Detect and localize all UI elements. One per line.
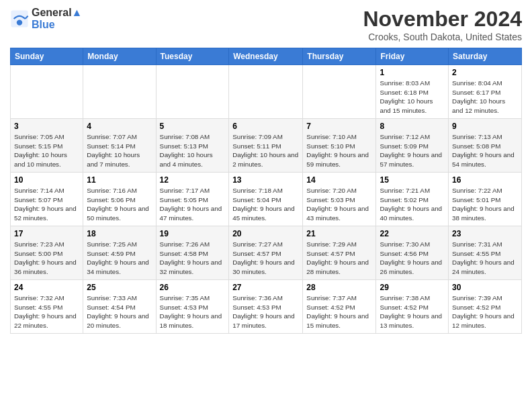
- calendar-week-row: 17Sunrise: 7:23 AM Sunset: 5:00 PM Dayli…: [11, 226, 522, 280]
- calendar-cell: 14Sunrise: 7:20 AM Sunset: 5:03 PM Dayli…: [303, 173, 376, 226]
- day-number: 19: [160, 229, 226, 238]
- calendar-cell: 12Sunrise: 7:17 AM Sunset: 5:05 PM Dayli…: [156, 173, 229, 226]
- calendar-cell: 9Sunrise: 7:13 AM Sunset: 5:08 PM Daylig…: [449, 119, 522, 173]
- day-info: Sunrise: 7:17 AM Sunset: 5:05 PM Dayligh…: [160, 186, 226, 223]
- day-number: 1: [380, 68, 445, 77]
- day-info: Sunrise: 7:35 AM Sunset: 4:53 PM Dayligh…: [160, 293, 226, 330]
- day-number: 2: [452, 68, 518, 77]
- day-info: Sunrise: 7:20 AM Sunset: 5:03 PM Dayligh…: [306, 186, 372, 223]
- day-number: 18: [87, 229, 152, 238]
- calendar-cell: 8Sunrise: 7:12 AM Sunset: 5:09 PM Daylig…: [376, 119, 449, 173]
- day-info: Sunrise: 7:09 AM Sunset: 5:11 PM Dayligh…: [232, 132, 299, 169]
- location: Crooks, South Dakota, United States: [363, 32, 522, 42]
- weekday-header-monday: Monday: [83, 48, 156, 65]
- calendar-cell: 2Sunrise: 8:04 AM Sunset: 6:17 PM Daylig…: [449, 65, 522, 119]
- calendar-week-row: 24Sunrise: 7:32 AM Sunset: 4:55 PM Dayli…: [11, 280, 522, 334]
- day-number: 8: [380, 122, 445, 131]
- day-info: Sunrise: 7:14 AM Sunset: 5:07 PM Dayligh…: [14, 186, 79, 223]
- day-info: Sunrise: 7:32 AM Sunset: 4:55 PM Dayligh…: [14, 293, 79, 330]
- calendar-cell: 21Sunrise: 7:29 AM Sunset: 4:57 PM Dayli…: [303, 226, 376, 280]
- day-number: 28: [306, 283, 372, 292]
- calendar-cell: 4Sunrise: 7:07 AM Sunset: 5:14 PM Daylig…: [83, 119, 156, 173]
- calendar-cell: 20Sunrise: 7:27 AM Sunset: 4:57 PM Dayli…: [229, 226, 303, 280]
- day-number: 12: [160, 175, 226, 185]
- day-number: 24: [14, 283, 79, 292]
- weekday-header-tuesday: Tuesday: [156, 48, 229, 65]
- day-info: Sunrise: 7:22 AM Sunset: 5:01 PM Dayligh…: [452, 186, 518, 223]
- calendar-cell: [156, 65, 229, 119]
- day-info: Sunrise: 7:10 AM Sunset: 5:10 PM Dayligh…: [306, 132, 372, 169]
- weekday-header-thursday: Thursday: [303, 48, 376, 65]
- calendar-cell: 6Sunrise: 7:09 AM Sunset: 5:11 PM Daylig…: [229, 119, 303, 173]
- day-number: 17: [14, 229, 79, 238]
- day-info: Sunrise: 7:38 AM Sunset: 4:52 PM Dayligh…: [380, 293, 445, 330]
- day-info: Sunrise: 7:33 AM Sunset: 4:54 PM Dayligh…: [87, 293, 152, 330]
- calendar-cell: [83, 65, 156, 119]
- weekday-header-wednesday: Wednesday: [229, 48, 303, 65]
- month-title: November 2024: [363, 7, 522, 32]
- calendar-cell: [11, 65, 83, 119]
- calendar-cell: 26Sunrise: 7:35 AM Sunset: 4:53 PM Dayli…: [156, 280, 229, 334]
- day-info: Sunrise: 7:13 AM Sunset: 5:08 PM Dayligh…: [452, 132, 518, 169]
- day-number: 27: [232, 283, 299, 292]
- calendar-week-row: 10Sunrise: 7:14 AM Sunset: 5:07 PM Dayli…: [11, 173, 522, 226]
- day-number: 6: [232, 122, 299, 131]
- day-info: Sunrise: 7:36 AM Sunset: 4:53 PM Dayligh…: [232, 293, 299, 330]
- calendar-cell: 11Sunrise: 7:16 AM Sunset: 5:06 PM Dayli…: [83, 173, 156, 226]
- day-info: Sunrise: 7:29 AM Sunset: 4:57 PM Dayligh…: [306, 240, 372, 277]
- day-info: Sunrise: 7:18 AM Sunset: 5:04 PM Dayligh…: [232, 186, 299, 223]
- day-number: 10: [14, 175, 79, 185]
- calendar-cell: 17Sunrise: 7:23 AM Sunset: 5:00 PM Dayli…: [11, 226, 83, 280]
- calendar-cell: 16Sunrise: 7:22 AM Sunset: 5:01 PM Dayli…: [449, 173, 522, 226]
- day-info: Sunrise: 7:37 AM Sunset: 4:52 PM Dayligh…: [306, 293, 372, 330]
- calendar-cell: 10Sunrise: 7:14 AM Sunset: 5:07 PM Dayli…: [11, 173, 83, 226]
- calendar-cell: 3Sunrise: 7:05 AM Sunset: 5:15 PM Daylig…: [11, 119, 83, 173]
- day-info: Sunrise: 8:04 AM Sunset: 6:17 PM Dayligh…: [452, 79, 518, 116]
- day-info: Sunrise: 7:16 AM Sunset: 5:06 PM Dayligh…: [87, 186, 152, 223]
- day-number: 5: [160, 122, 226, 131]
- calendar-week-row: 1Sunrise: 8:03 AM Sunset: 6:18 PM Daylig…: [11, 65, 522, 119]
- day-info: Sunrise: 8:03 AM Sunset: 6:18 PM Dayligh…: [380, 79, 445, 116]
- page: General▲ Blue November 2024 Crooks, Sout…: [0, 0, 532, 337]
- day-number: 25: [87, 283, 152, 292]
- day-info: Sunrise: 7:05 AM Sunset: 5:15 PM Dayligh…: [14, 132, 79, 169]
- calendar-cell: 23Sunrise: 7:31 AM Sunset: 4:55 PM Dayli…: [449, 226, 522, 280]
- calendar-cell: 29Sunrise: 7:38 AM Sunset: 4:52 PM Dayli…: [376, 280, 449, 334]
- day-info: Sunrise: 7:21 AM Sunset: 5:02 PM Dayligh…: [380, 186, 445, 223]
- day-number: 4: [87, 122, 152, 131]
- day-info: Sunrise: 7:27 AM Sunset: 4:57 PM Dayligh…: [232, 240, 299, 277]
- header: General▲ Blue November 2024 Crooks, Sout…: [10, 7, 522, 42]
- day-number: 9: [452, 122, 518, 131]
- calendar-header-row: SundayMondayTuesdayWednesdayThursdayFrid…: [11, 48, 522, 65]
- svg-point-1: [17, 19, 22, 25]
- calendar-cell: [303, 65, 376, 119]
- day-info: Sunrise: 7:12 AM Sunset: 5:09 PM Dayligh…: [380, 132, 445, 169]
- day-number: 29: [380, 283, 445, 292]
- day-number: 14: [306, 175, 372, 185]
- day-number: 23: [452, 229, 518, 238]
- day-info: Sunrise: 7:26 AM Sunset: 4:58 PM Dayligh…: [160, 240, 226, 277]
- day-number: 11: [87, 175, 152, 185]
- calendar: SundayMondayTuesdayWednesdayThursdayFrid…: [10, 48, 522, 334]
- calendar-cell: 27Sunrise: 7:36 AM Sunset: 4:53 PM Dayli…: [229, 280, 303, 334]
- day-number: 7: [306, 122, 372, 131]
- day-number: 30: [452, 283, 518, 292]
- day-number: 16: [452, 175, 518, 185]
- calendar-cell: 13Sunrise: 7:18 AM Sunset: 5:04 PM Dayli…: [229, 173, 303, 226]
- title-area: November 2024 Crooks, South Dakota, Unit…: [363, 7, 522, 42]
- calendar-cell: 25Sunrise: 7:33 AM Sunset: 4:54 PM Dayli…: [83, 280, 156, 334]
- day-info: Sunrise: 7:30 AM Sunset: 4:56 PM Dayligh…: [380, 240, 445, 277]
- day-info: Sunrise: 7:25 AM Sunset: 4:59 PM Dayligh…: [87, 240, 152, 277]
- weekday-header-sunday: Sunday: [11, 48, 83, 65]
- day-number: 3: [14, 122, 79, 131]
- calendar-week-row: 3Sunrise: 7:05 AM Sunset: 5:15 PM Daylig…: [11, 119, 522, 173]
- day-info: Sunrise: 7:31 AM Sunset: 4:55 PM Dayligh…: [452, 240, 518, 277]
- day-number: 26: [160, 283, 226, 292]
- weekday-header-saturday: Saturday: [449, 48, 522, 65]
- weekday-header-friday: Friday: [376, 48, 449, 65]
- logo-icon: [10, 9, 29, 28]
- day-info: Sunrise: 7:39 AM Sunset: 4:52 PM Dayligh…: [452, 293, 518, 330]
- calendar-cell: 18Sunrise: 7:25 AM Sunset: 4:59 PM Dayli…: [83, 226, 156, 280]
- day-number: 20: [232, 229, 299, 238]
- calendar-cell: 22Sunrise: 7:30 AM Sunset: 4:56 PM Dayli…: [376, 226, 449, 280]
